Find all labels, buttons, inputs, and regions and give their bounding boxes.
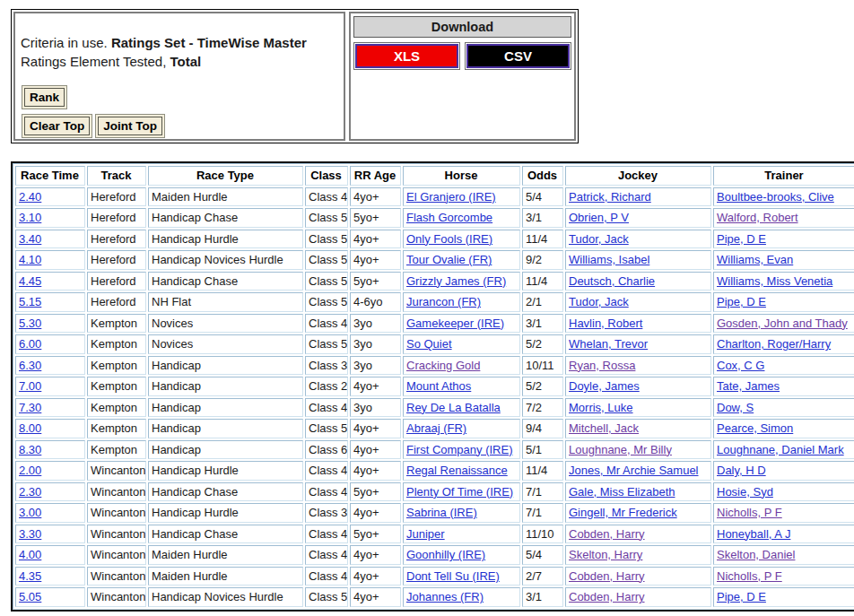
trainer-link[interactable]: Pipe, D E: [717, 295, 766, 308]
horse-link[interactable]: Gamekeeper (IRE): [406, 317, 504, 330]
jockey-link[interactable]: Loughnane, Mr Billy: [569, 443, 672, 456]
horse-link[interactable]: Rey De La Batalla: [406, 401, 501, 414]
jockey-link[interactable]: Gingell, Mr Frederick: [569, 506, 677, 519]
jockey-link[interactable]: Tudor, Jack: [569, 232, 629, 246]
trainer-link[interactable]: Cox, C G: [717, 359, 764, 372]
jockey-link[interactable]: Cobden, Harry: [569, 569, 645, 583]
trainer-link[interactable]: Gosden, John and Thady: [717, 317, 848, 330]
jockey-link[interactable]: Gale, Miss Elizabeth: [569, 485, 675, 499]
race-time-link[interactable]: 3.00: [19, 506, 41, 519]
horse-link[interactable]: Johannes (FR): [406, 590, 484, 603]
race-time-link[interactable]: 4.00: [19, 548, 41, 561]
race-time-link[interactable]: 8.00: [19, 421, 41, 435]
jockey-cell: Tudor, Jack: [565, 292, 711, 312]
horse-link[interactable]: So Quiet: [406, 337, 452, 351]
download-xls-button[interactable]: XLS: [355, 44, 458, 68]
jockey-link[interactable]: Jones, Mr Archie Samuel: [569, 464, 699, 477]
trainer-link[interactable]: Pipe, D E: [717, 232, 766, 246]
class-cell: Class 4: [305, 398, 348, 418]
jockey-link[interactable]: Williams, Isabel: [569, 253, 649, 266]
trainer-link[interactable]: Boultbee-brooks, Clive: [717, 190, 834, 204]
race-time-link[interactable]: 8.30: [19, 443, 41, 456]
trainer-link[interactable]: Pipe, D E: [717, 590, 766, 603]
race-time-link[interactable]: 5.30: [19, 317, 41, 330]
race-time-link[interactable]: 6.00: [19, 337, 41, 351]
table-row: 2.30WincantonHandicap ChaseClass 45yo+Pl…: [15, 482, 854, 502]
jockey-link[interactable]: Doyle, James: [569, 379, 640, 393]
horse-link[interactable]: Cracking Gold: [406, 359, 480, 372]
horse-link[interactable]: Tour Ovalie (FR): [406, 253, 492, 266]
race-time-link[interactable]: 7.00: [19, 379, 41, 393]
race-time-link[interactable]: 4.45: [19, 274, 41, 288]
joint-top-button[interactable]: Joint Top: [98, 117, 162, 135]
trainer-link[interactable]: Hosie, Syd: [717, 485, 773, 499]
horse-link[interactable]: Regal Renaissance: [406, 464, 508, 477]
trainer-link[interactable]: Nicholls, P F: [717, 506, 782, 519]
horse-link[interactable]: El Granjero (IRE): [406, 190, 496, 204]
race-time-link[interactable]: 2.40: [19, 190, 41, 204]
race-time-link[interactable]: 2.00: [19, 464, 41, 477]
jockey-cell: Whelan, Trevor: [565, 334, 711, 354]
horse-link[interactable]: Juniper: [406, 527, 445, 541]
race-time-cell: 2.30: [15, 482, 85, 502]
trainer-link[interactable]: Dow, S: [717, 401, 754, 414]
trainer-cell: Charlton, Roger/Harry: [713, 334, 854, 354]
jockey-link[interactable]: Havlin, Robert: [569, 317, 642, 330]
jockey-link[interactable]: Skelton, Harry: [569, 548, 642, 561]
horse-link[interactable]: Plenty Of Time (IRE): [406, 485, 513, 499]
race-time-link[interactable]: 6.30: [19, 359, 41, 372]
horse-link[interactable]: Goonhilly (IRE): [406, 548, 485, 561]
horse-link[interactable]: Flash Gorcombe: [406, 211, 492, 224]
trainer-link[interactable]: Skelton, Daniel: [717, 548, 795, 561]
race-time-link[interactable]: 4.10: [19, 253, 41, 266]
jockey-link[interactable]: Cobden, Harry: [569, 590, 645, 603]
clear-top-button[interactable]: Clear Top: [24, 117, 90, 135]
track-cell: Wincanton: [87, 461, 146, 481]
horse-link[interactable]: Mount Athos: [406, 379, 471, 393]
race-time-link[interactable]: 4.35: [19, 569, 41, 583]
horse-link[interactable]: Jurancon (FR): [406, 295, 481, 308]
trainer-link[interactable]: Nicholls, P F: [717, 569, 782, 583]
horse-link[interactable]: Only Fools (IRE): [406, 232, 492, 246]
jockey-link[interactable]: Cobden, Harry: [569, 527, 645, 541]
trainer-link[interactable]: Williams, Evan: [717, 253, 793, 266]
race-time-link[interactable]: 7.30: [19, 401, 41, 414]
race-time-link[interactable]: 5.05: [19, 590, 41, 603]
jockey-link[interactable]: Deutsch, Charlie: [569, 274, 655, 288]
class-cell: Class 5: [305, 208, 348, 228]
race-time-link[interactable]: 3.10: [19, 211, 41, 224]
horse-link[interactable]: First Company (IRE): [406, 443, 512, 456]
horse-link[interactable]: Sabrina (IRE): [406, 506, 477, 519]
trainer-cell: Gosden, John and Thady: [713, 314, 854, 334]
jockey-link[interactable]: Mitchell, Jack: [569, 421, 639, 435]
race-time-link[interactable]: 3.40: [19, 232, 41, 246]
table-row: 3.10HerefordHandicap ChaseClass 55yo+Fla…: [15, 208, 854, 228]
trainer-link[interactable]: Williams, Miss Venetia: [717, 274, 832, 288]
download-csv-button[interactable]: CSV: [466, 44, 570, 68]
jockey-link[interactable]: Morris, Luke: [569, 401, 633, 414]
horse-link[interactable]: Dont Tell Su (IRE): [406, 569, 500, 583]
race-type-cell: Handicap: [148, 398, 303, 418]
race-type-cell: Handicap Hurdle: [148, 503, 303, 523]
rank-button[interactable]: Rank: [24, 88, 65, 107]
trainer-link[interactable]: Walford, Robert: [717, 211, 798, 224]
jockey-link[interactable]: Ryan, Rossa: [569, 359, 635, 372]
horse-link[interactable]: Grizzly James (FR): [406, 274, 506, 288]
race-time-link[interactable]: 2.30: [19, 485, 41, 499]
trainer-link[interactable]: Honeyball, A J: [717, 527, 790, 541]
horse-link[interactable]: Abraaj (FR): [406, 421, 466, 435]
jockey-link[interactable]: Obrien, P V: [569, 211, 629, 224]
trainer-link[interactable]: Tate, James: [717, 379, 780, 393]
jockey-link[interactable]: Whelan, Trevor: [569, 337, 648, 351]
rr-age-cell: 4yo+: [350, 419, 401, 438]
odds-cell: 11/4: [522, 461, 563, 481]
jockey-link[interactable]: Tudor, Jack: [569, 295, 629, 308]
trainer-link[interactable]: Pearce, Simon: [717, 421, 793, 435]
race-time-link[interactable]: 3.30: [19, 527, 41, 541]
trainer-link[interactable]: Charlton, Roger/Harry: [717, 337, 831, 351]
trainer-link[interactable]: Loughnane, Daniel Mark: [717, 443, 844, 456]
jockey-link[interactable]: Patrick, Richard: [569, 190, 651, 204]
race-type-cell: Maiden Hurdle: [148, 567, 303, 586]
trainer-link[interactable]: Daly, H D: [717, 464, 766, 477]
race-time-link[interactable]: 5.15: [19, 295, 41, 308]
